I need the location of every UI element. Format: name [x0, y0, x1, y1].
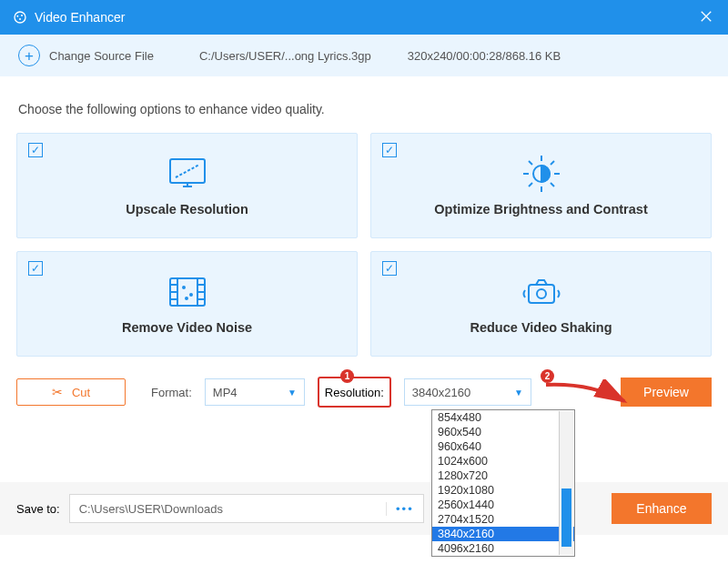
svg-point-1	[16, 15, 18, 17]
cut-label: Cut	[72, 386, 90, 399]
app-title: Video Enhancer	[35, 10, 697, 25]
dropdown-option[interactable]: 2560x1440	[432, 498, 574, 512]
enhance-button[interactable]: Enhance	[612, 493, 712, 524]
card-noise[interactable]: ✓ Remove Video Noise	[16, 251, 358, 357]
svg-rect-31	[529, 285, 554, 303]
palette-icon	[13, 10, 27, 25]
dropdown-option[interactable]: 854x480	[432, 410, 574, 425]
dropdown-option[interactable]: 1280x720	[432, 468, 574, 483]
save-label: Save to:	[16, 502, 60, 516]
svg-point-32	[537, 289, 546, 298]
save-path-field[interactable]: C:\Users\USER\Downloads •••	[69, 494, 424, 523]
svg-line-17	[551, 161, 554, 165]
card-label: Upscale Resolution	[126, 202, 248, 217]
chevron-down-icon: ▼	[514, 388, 523, 398]
resolution-select[interactable]: 3840x2160 ▼	[404, 378, 531, 406]
svg-point-28	[183, 287, 185, 288]
card-upscale[interactable]: ✓ Upscale Resolution	[16, 133, 358, 238]
dropdown-option[interactable]: 2704x1520	[432, 512, 574, 527]
annotation-badge-2: 2	[541, 369, 554, 383]
source-bar: + Change Source File C:/Users/USER/...on…	[0, 35, 728, 76]
card-shaking[interactable]: ✓ Reduce Video Shaking	[370, 251, 712, 357]
svg-point-2	[21, 15, 23, 16]
source-meta: 320x240/00:00:28/868.16 KB	[408, 49, 561, 63]
cut-button[interactable]: ✂ Cut	[16, 378, 126, 406]
checkbox-icon[interactable]: ✓	[28, 143, 43, 157]
format-label: Format:	[151, 386, 192, 399]
enhance-label: Enhance	[636, 501, 686, 516]
monitor-icon	[165, 155, 210, 193]
preview-button[interactable]: Preview	[621, 378, 712, 407]
annotation-badge-1: 1	[340, 369, 354, 383]
camera-shake-icon	[520, 273, 563, 311]
dropdown-option[interactable]: 1024x600	[432, 454, 574, 468]
scrollbar[interactable]	[559, 411, 573, 555]
title-bar: Video Enhancer	[0, 0, 728, 35]
dropdown-option[interactable]: 960x640	[432, 439, 574, 454]
save-row: Save to: C:\Users\USER\Downloads ••• Enh…	[0, 482, 728, 535]
svg-rect-6	[170, 159, 205, 183]
preview-label: Preview	[643, 385, 689, 399]
format-value: MP4	[213, 386, 238, 399]
close-icon[interactable]	[697, 8, 715, 27]
svg-point-29	[190, 294, 192, 296]
browse-button[interactable]: •••	[386, 502, 414, 516]
resolution-value: 3840x2160	[412, 386, 470, 399]
resolution-label-highlight: Resolution:	[318, 377, 391, 408]
card-label: Reduce Video Shaking	[470, 320, 612, 335]
card-label: Remove Video Noise	[122, 320, 252, 335]
dropdown-option[interactable]: 1920x1080	[432, 483, 574, 498]
checkbox-icon[interactable]: ✓	[382, 143, 397, 157]
svg-line-15	[529, 161, 532, 165]
svg-point-0	[15, 12, 25, 23]
chevron-down-icon: ▼	[288, 388, 297, 398]
card-label: Optimize Brightness and Contrast	[434, 202, 647, 217]
svg-line-16	[551, 183, 554, 186]
checkbox-icon[interactable]: ✓	[28, 261, 43, 276]
change-source-button[interactable]: + Change Source File	[18, 45, 154, 66]
format-select[interactable]: MP4 ▼	[205, 378, 305, 406]
dropdown-option[interactable]: 4096x2160	[432, 541, 574, 556]
svg-line-18	[529, 183, 532, 186]
change-source-label: Change Source File	[49, 49, 154, 63]
dropdown-option[interactable]: 3840x2160	[432, 527, 574, 541]
scissors-icon: ✂	[52, 385, 63, 399]
film-icon	[167, 273, 208, 311]
resolution-dropdown[interactable]: 854x480960x540960x6401024x6001280x720192…	[431, 409, 575, 557]
controls-row: ✂ Cut Format: MP4 ▼ Resolution: 3840x216…	[0, 357, 728, 408]
dropdown-option[interactable]: 960x540	[432, 425, 574, 439]
checkbox-icon[interactable]: ✓	[382, 261, 397, 276]
save-path-value: C:\Users\USER\Downloads	[79, 502, 223, 516]
plus-circle-icon: +	[18, 45, 40, 66]
brightness-icon	[521, 155, 561, 193]
svg-point-3	[19, 18, 21, 20]
resolution-label: Resolution:	[325, 386, 384, 399]
instruction-text: Choose the following options to enhance …	[0, 76, 728, 133]
svg-point-30	[186, 297, 187, 299]
source-path: C:/Users/USER/...ong Lyrics.3gp	[199, 49, 371, 63]
card-brightness[interactable]: ✓ Optimize Brightness and Contrast	[370, 133, 712, 238]
option-cards: ✓ Upscale Resolution ✓ Optimize Brightne…	[0, 133, 728, 357]
svg-line-7	[176, 165, 199, 177]
